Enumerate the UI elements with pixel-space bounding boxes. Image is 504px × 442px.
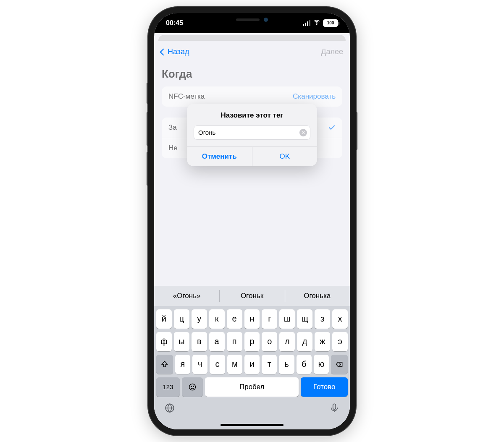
alert-title: Назовите этот тег <box>187 104 317 126</box>
keyboard-bottom-bar <box>154 400 350 415</box>
shift-key[interactable] <box>156 355 173 374</box>
letter-key-ю[interactable]: ю <box>314 355 329 374</box>
letter-key-л[interactable]: л <box>279 332 295 351</box>
key-row-1: йцукенгшщзх <box>154 306 350 329</box>
letter-key-ж[interactable]: ж <box>315 332 330 351</box>
letter-key-э[interactable]: э <box>332 332 348 351</box>
back-button[interactable]: Назад <box>161 47 189 56</box>
section-title: Когда <box>162 68 342 81</box>
letter-key-и[interactable]: и <box>244 355 260 374</box>
letter-key-щ[interactable]: щ <box>297 309 312 329</box>
notch <box>210 13 294 26</box>
space-key[interactable]: Пробел <box>205 377 299 397</box>
letter-key-г[interactable]: г <box>262 309 277 329</box>
letter-key-д[interactable]: д <box>297 332 312 351</box>
cellular-icon <box>303 20 310 26</box>
mic-icon[interactable] <box>329 403 340 415</box>
numbers-key[interactable]: 123 <box>156 377 180 397</box>
alert-dialog: Назовите этот тег ✕ Отменить OK <box>187 104 317 166</box>
letter-key-т[interactable]: т <box>262 355 277 374</box>
letter-key-ц[interactable]: ц <box>174 309 189 329</box>
home-indicator[interactable] <box>220 424 284 426</box>
cancel-button[interactable]: Отменить <box>187 147 252 166</box>
keyboard: «Огонь» Огоньк Огонька йцукенгшщзх фывап… <box>154 286 350 429</box>
letter-key-е[interactable]: е <box>227 309 242 329</box>
letter-key-ь[interactable]: ь <box>279 355 294 374</box>
letter-key-р[interactable]: р <box>244 332 260 351</box>
chevron-left-icon <box>160 48 167 55</box>
letter-key-о[interactable]: о <box>262 332 277 351</box>
nfc-label: NFC-метка <box>168 92 205 101</box>
ok-button[interactable]: OK <box>252 147 318 166</box>
key-row-2: фывапролджэ <box>154 329 350 351</box>
battery-icon: 100 <box>323 19 338 27</box>
phone-frame: 00:45 100 Назад Далее Когда <box>148 7 356 435</box>
tag-name-input[interactable] <box>194 126 310 140</box>
emoji-key[interactable] <box>182 377 203 397</box>
next-button[interactable]: Далее <box>321 47 343 56</box>
globe-icon[interactable] <box>164 403 175 415</box>
svg-point-0 <box>316 24 317 24</box>
checkmark-icon <box>328 124 336 131</box>
key-row-3: ячсмитьбю <box>154 351 350 374</box>
letter-key-з[interactable]: з <box>315 309 330 329</box>
option-label-2: Не <box>168 144 178 152</box>
letter-key-п[interactable]: п <box>227 332 242 351</box>
modal-sheet: Назад Далее Когда NFC-метка Сканировать … <box>154 41 350 429</box>
done-key[interactable]: Готово <box>301 377 348 397</box>
letter-key-а[interactable]: а <box>209 332 225 351</box>
letter-key-й[interactable]: й <box>156 309 172 329</box>
clear-input-icon[interactable]: ✕ <box>299 129 307 136</box>
letter-key-м[interactable]: м <box>227 355 242 374</box>
bksp-key[interactable] <box>331 355 348 374</box>
letter-key-ч[interactable]: ч <box>192 355 207 374</box>
letter-key-ы[interactable]: ы <box>174 332 189 351</box>
scan-link[interactable]: Сканировать <box>293 92 336 101</box>
key-row-4: 123 Пробел Готово <box>154 374 350 400</box>
letter-key-к[interactable]: к <box>209 309 225 329</box>
svg-rect-5 <box>333 404 336 409</box>
svg-point-2 <box>191 386 192 387</box>
letter-key-х[interactable]: х <box>332 309 348 329</box>
letter-key-б[interactable]: б <box>297 355 312 374</box>
back-label: Назад <box>168 47 189 56</box>
svg-point-1 <box>189 384 195 390</box>
suggestion-bar: «Огонь» Огоньк Огонька <box>154 286 350 306</box>
suggestion-1[interactable]: «Огонь» <box>154 286 219 306</box>
suggestion-3[interactable]: Огонька <box>285 286 350 306</box>
letter-key-я[interactable]: я <box>175 355 190 374</box>
letter-key-у[interactable]: у <box>192 309 207 329</box>
svg-point-3 <box>193 386 194 387</box>
letter-key-ш[interactable]: ш <box>279 309 295 329</box>
suggestion-2[interactable]: Огоньк <box>219 286 284 306</box>
letter-key-с[interactable]: с <box>210 355 225 374</box>
letter-key-в[interactable]: в <box>192 332 207 351</box>
letter-key-ф[interactable]: ф <box>156 332 172 351</box>
nav-bar: Назад Далее <box>154 41 350 63</box>
screen: 00:45 100 Назад Далее Когда <box>154 13 350 429</box>
option-label-1: За <box>168 123 177 132</box>
status-time: 00:45 <box>166 19 183 27</box>
wifi-icon <box>313 18 320 28</box>
letter-key-н[interactable]: н <box>244 309 260 329</box>
